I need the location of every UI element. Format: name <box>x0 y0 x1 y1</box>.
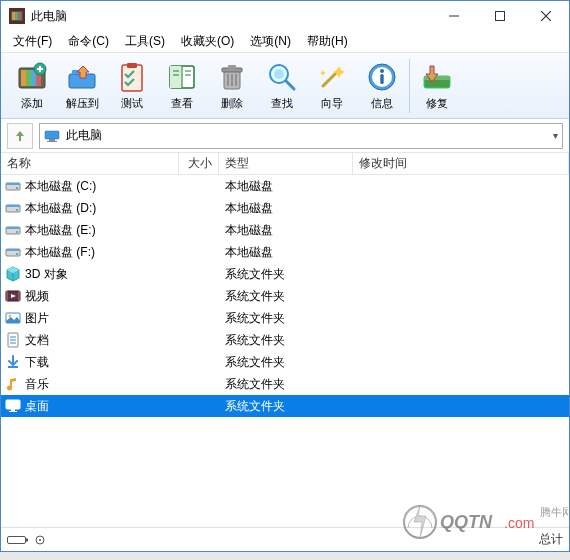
list-item[interactable]: 本地磁盘 (F:)本地磁盘 <box>1 241 569 263</box>
item-type: 系统文件夹 <box>219 398 353 415</box>
toolbar-info-button[interactable]: 信息 <box>357 58 407 113</box>
svg-rect-59 <box>18 291 20 301</box>
file-list[interactable]: 本地磁盘 (C:)本地磁盘本地磁盘 (D:)本地磁盘本地磁盘 (E:)本地磁盘本… <box>1 175 569 527</box>
svg-rect-42 <box>49 139 55 141</box>
up-button[interactable] <box>7 123 33 149</box>
toolbar-label: 删除 <box>221 96 243 111</box>
menu-4[interactable]: 选项(N) <box>242 31 299 52</box>
list-item[interactable]: 3D 对象系统文件夹 <box>1 263 569 285</box>
repair-icon <box>420 60 454 94</box>
item-name: 本地磁盘 (F:) <box>25 244 95 261</box>
documents-icon <box>5 332 21 348</box>
toolbar-label: 修复 <box>426 96 448 111</box>
toolbar-separator <box>409 59 410 113</box>
drive-icon <box>5 200 21 216</box>
battery-icon <box>7 534 31 546</box>
toolbar-test-button[interactable]: 测试 <box>107 58 157 113</box>
menu-2[interactable]: 工具(S) <box>117 31 173 52</box>
toolbar-delete-button[interactable]: 删除 <box>207 58 257 113</box>
item-name: 图片 <box>25 310 49 327</box>
svg-point-46 <box>16 187 18 189</box>
svg-line-34 <box>323 72 337 86</box>
wizard-icon <box>315 60 349 94</box>
svg-rect-70 <box>9 411 17 412</box>
svg-point-32 <box>274 69 284 79</box>
menu-5[interactable]: 帮助(H) <box>299 31 356 52</box>
address-text: 此电脑 <box>66 127 553 144</box>
list-item[interactable]: 文档系统文件夹 <box>1 329 569 351</box>
svg-point-52 <box>16 231 18 233</box>
statusbar: 总计 <box>1 527 569 551</box>
list-item[interactable]: 本地磁盘 (D:)本地磁盘 <box>1 197 569 219</box>
delete-icon <box>215 60 249 94</box>
svg-rect-17 <box>127 63 137 68</box>
svg-point-61 <box>9 315 12 318</box>
svg-rect-27 <box>228 65 236 69</box>
column-header-size[interactable]: 大小 <box>179 153 219 174</box>
desktop-icon <box>5 398 21 414</box>
item-type: 系统文件夹 <box>219 310 353 327</box>
address-combobox[interactable]: 此电脑 ▾ <box>39 123 563 149</box>
info-icon <box>365 60 399 94</box>
list-item[interactable]: 图片系统文件夹 <box>1 307 569 329</box>
svg-rect-58 <box>6 291 8 301</box>
column-header-name[interactable]: 名称 <box>1 153 179 174</box>
item-name: 桌面 <box>25 398 49 415</box>
item-name: 音乐 <box>25 376 49 393</box>
item-name: 3D 对象 <box>25 266 68 283</box>
column-header-type[interactable]: 类型 <box>219 153 353 174</box>
list-item[interactable]: 本地磁盘 (C:)本地磁盘 <box>1 175 569 197</box>
minimize-button[interactable] <box>431 1 477 31</box>
item-type: 本地磁盘 <box>219 178 353 195</box>
maximize-button[interactable] <box>477 1 523 31</box>
list-item[interactable]: 下载系统文件夹 <box>1 351 569 373</box>
toolbar-repair-button[interactable]: 修复 <box>412 58 462 113</box>
item-name: 文档 <box>25 332 49 349</box>
item-type: 系统文件夹 <box>219 332 353 349</box>
this-pc-icon <box>44 130 60 142</box>
column-header-mtime[interactable]: 修改时间 <box>353 153 569 174</box>
add-icon <box>15 60 49 94</box>
toolbar-extract-button[interactable]: 解压到 <box>57 58 107 113</box>
item-type: 本地磁盘 <box>219 222 353 239</box>
toolbar-label: 向导 <box>321 96 343 111</box>
svg-rect-45 <box>6 183 20 185</box>
svg-point-49 <box>16 209 18 211</box>
test-icon <box>115 60 149 94</box>
svg-rect-19 <box>170 66 182 88</box>
svg-rect-10 <box>26 70 31 86</box>
svg-point-37 <box>380 69 384 73</box>
svg-rect-68 <box>6 400 20 409</box>
menu-3[interactable]: 收藏夹(O) <box>173 31 242 52</box>
drive-icon <box>5 178 21 194</box>
svg-point-74 <box>39 539 41 541</box>
svg-point-67 <box>7 386 12 391</box>
toolbar-label: 解压到 <box>66 96 99 111</box>
list-item[interactable]: 本地磁盘 (E:)本地磁盘 <box>1 219 569 241</box>
find-icon <box>265 60 299 94</box>
list-item[interactable]: 音乐系统文件夹 <box>1 373 569 395</box>
list-item[interactable]: 桌面系统文件夹 <box>1 395 569 417</box>
toolbar-wizard-button[interactable]: 向导 <box>307 58 357 113</box>
disc-icon <box>35 535 45 545</box>
toolbar-view-button[interactable]: 查看 <box>157 58 207 113</box>
music-icon <box>5 376 21 392</box>
app-window: 此电脑 文件(F)命令(C)工具(S)收藏夹(O)选项(N)帮助(H) 添加解压… <box>0 0 570 552</box>
close-button[interactable] <box>523 1 569 31</box>
menu-1[interactable]: 命令(C) <box>60 31 117 52</box>
toolbar-label: 添加 <box>21 96 43 111</box>
toolbar-label: 信息 <box>371 96 393 111</box>
item-name: 本地磁盘 (D:) <box>25 200 96 217</box>
objects3d-icon <box>5 266 21 282</box>
toolbar-find-button[interactable]: 查找 <box>257 58 307 113</box>
toolbar-label: 查找 <box>271 96 293 111</box>
svg-rect-9 <box>21 70 26 86</box>
status-right: 总计 <box>539 531 563 548</box>
list-item[interactable]: 视频系统文件夹 <box>1 285 569 307</box>
drive-icon <box>5 222 21 238</box>
toolbar-add-button[interactable]: 添加 <box>7 58 57 113</box>
menu-0[interactable]: 文件(F) <box>5 31 60 52</box>
item-type: 系统文件夹 <box>219 376 353 393</box>
window-title: 此电脑 <box>31 8 431 25</box>
item-type: 系统文件夹 <box>219 288 353 305</box>
